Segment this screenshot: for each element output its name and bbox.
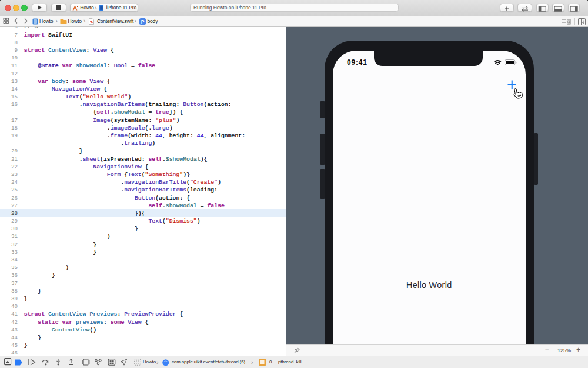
svg-text:P: P xyxy=(141,19,144,25)
